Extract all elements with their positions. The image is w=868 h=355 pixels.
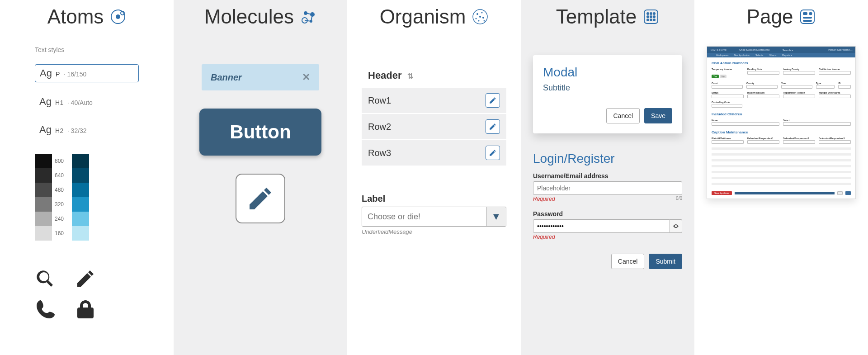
password-input[interactable] (533, 219, 670, 233)
table-cell: Row1 (362, 87, 479, 114)
atoms-title: Atoms (47, 5, 104, 28)
table-header[interactable]: Header ⇅ (362, 64, 506, 87)
palette-swatch[interactable] (35, 212, 52, 226)
atoms-column: Atoms Text styles Ag P · 16/150 Ag H1 · … (0, 0, 174, 355)
table-cell: Row3 (362, 140, 479, 166)
type-style-h2[interactable]: Ag H2 · 32/32 (35, 121, 139, 138)
palette-swatch[interactable] (72, 212, 89, 226)
thumb-body: Civil Action Numbers Temporary Number Ye… (707, 57, 855, 199)
data-table: Header ⇅ Row1Row2Row3 (362, 64, 506, 166)
username-required: Required (533, 196, 555, 202)
organism-header: Organism (380, 5, 489, 28)
palette-gray-col (35, 154, 52, 241)
palette-swatch[interactable] (35, 183, 52, 197)
edit-button[interactable] (236, 174, 285, 223)
row-edit-button[interactable] (486, 119, 500, 134)
palette-swatch[interactable] (35, 154, 52, 168)
svg-rect-29 (803, 12, 807, 15)
banner-label: Banner (211, 72, 242, 83)
svg-point-1 (116, 14, 120, 19)
template-title: Template (556, 5, 637, 28)
molecule-icon (300, 9, 316, 25)
palette-label: 800 (55, 154, 69, 168)
thumb-next-icon (845, 191, 851, 195)
svg-point-23 (650, 15, 652, 18)
template-icon (643, 9, 659, 25)
organism-icon (472, 9, 488, 25)
atom-icons-grid (35, 268, 139, 320)
dropdown-field: Label ▼ UnderfieldMessage (362, 194, 506, 235)
svg-point-21 (653, 12, 656, 15)
close-icon[interactable]: ✕ (302, 71, 310, 83)
save-button[interactable]: Save (644, 108, 672, 123)
page-header: Page (747, 5, 816, 28)
pencil-icon (246, 184, 275, 213)
pencil-icon (75, 268, 96, 289)
svg-rect-32 (803, 20, 812, 22)
svg-point-12 (481, 12, 483, 14)
page-icon (799, 9, 816, 25)
palette-swatch[interactable] (72, 154, 89, 168)
palette-label: 480 (55, 183, 69, 197)
modal: Modal Subtitle Cancel Save (533, 55, 682, 133)
type-style-p[interactable]: Ag P · 16/150 (35, 64, 139, 82)
thumb-prev-icon (837, 191, 843, 195)
template-header: Template (556, 5, 660, 28)
page-title: Page (747, 5, 793, 28)
molecules-header: Molecules (204, 5, 316, 28)
palette-swatch[interactable] (72, 183, 89, 197)
username-input[interactable] (533, 181, 682, 195)
cancel-button[interactable]: Cancel (606, 108, 640, 123)
palette-labels: 800640480320240160 (55, 154, 69, 241)
row-edit-button[interactable] (486, 146, 500, 160)
pencil-icon (489, 149, 497, 157)
template-column: Template Modal Subtitle Cancel Save Logi… (521, 0, 694, 355)
password-required: Required (533, 234, 555, 240)
palette-swatch[interactable] (35, 197, 52, 212)
search-icon (35, 268, 57, 289)
palette-swatch[interactable] (72, 168, 89, 183)
palette-label: 240 (55, 212, 69, 226)
type-style-h1[interactable]: Ag H1 · 40/Auto (35, 93, 139, 110)
login-submit-button[interactable]: Submit (649, 254, 682, 269)
modal-subtitle: Subtitle (543, 83, 672, 93)
combobox-input[interactable] (362, 207, 486, 226)
table-cell: Row2 (362, 114, 479, 140)
atom-icon (110, 9, 126, 25)
field-message: UnderfieldMessage (362, 228, 506, 235)
table-row: Row1 (362, 87, 506, 114)
palette-swatch[interactable] (35, 168, 52, 183)
svg-point-13 (476, 18, 477, 19)
thumb-progress-bar (735, 192, 835, 194)
primary-button[interactable]: Button (199, 109, 321, 156)
palette-brand-col (72, 154, 89, 241)
svg-point-22 (646, 15, 649, 18)
svg-point-14 (479, 16, 481, 18)
palette-label: 640 (55, 168, 69, 183)
palette-label: 160 (55, 226, 69, 241)
svg-point-25 (646, 19, 649, 21)
password-label: Password (533, 210, 682, 218)
banner[interactable]: Banner ✕ (202, 64, 319, 90)
palette-swatch[interactable] (72, 197, 89, 212)
username-counter: 0/0 (676, 196, 682, 202)
combobox[interactable]: ▼ (362, 207, 506, 227)
login-cancel-button[interactable]: Cancel (611, 254, 645, 269)
pencil-icon (489, 96, 497, 104)
organism-column: Organism Header ⇅ Row1 (347, 0, 521, 355)
organism-title: Organism (380, 5, 466, 28)
molecules-title: Molecules (204, 5, 294, 28)
text-styles-label: Text styles (35, 46, 139, 53)
field-label: Label (362, 194, 506, 204)
row-edit-button[interactable] (486, 93, 500, 108)
pencil-icon (489, 123, 497, 131)
svg-point-20 (650, 12, 652, 15)
sort-icon[interactable]: ⇅ (407, 72, 413, 80)
palette-swatch[interactable] (35, 226, 52, 241)
page-column: Page FACTS Home Child Support Dashboard … (694, 0, 868, 355)
thumb-navbar: FACTS Home Child Support Dashboard Searc… (707, 47, 855, 53)
palette-swatch[interactable] (72, 226, 89, 241)
chevron-down-icon[interactable]: ▼ (486, 207, 506, 226)
atoms-header: Atoms (47, 5, 127, 28)
eye-icon[interactable] (670, 219, 682, 233)
